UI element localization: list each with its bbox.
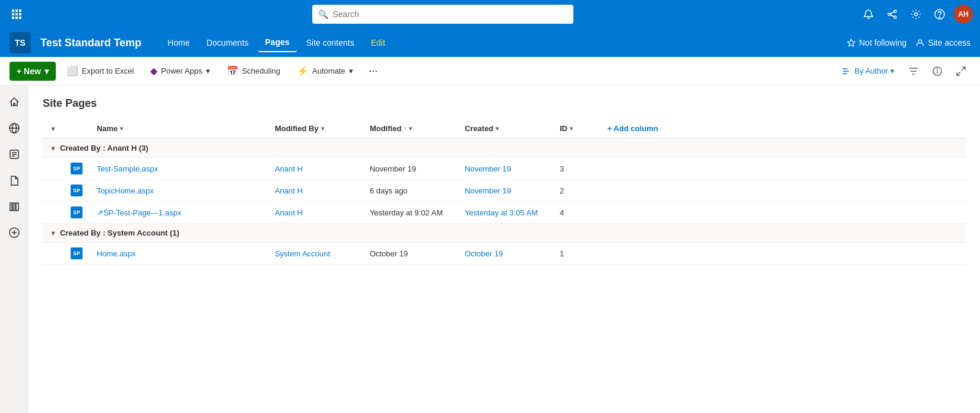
more-actions-button[interactable]: ···: [364, 62, 383, 81]
waffle-icon[interactable]: [7, 5, 26, 24]
row-extra: [600, 243, 966, 265]
search-icon: 🔍: [318, 9, 328, 19]
toolbar-right: By Author ▾: [838, 62, 971, 81]
header-modified-label: Modified: [370, 124, 401, 133]
table-row[interactable]: SP Test-Sample.aspx Anant H November 19 …: [43, 158, 966, 180]
sidebar-home-icon[interactable]: [2, 90, 26, 114]
automate-button[interactable]: ⚡ Automate ▾: [291, 62, 359, 81]
sidebar-add-icon[interactable]: [2, 221, 26, 244]
row-checkbox[interactable]: [43, 243, 64, 265]
row-created-link[interactable]: Yesterday at 3:05 AM: [465, 208, 538, 217]
user-avatar[interactable]: AH: [954, 5, 973, 24]
header-name[interactable]: Name ▾: [90, 119, 268, 138]
table-group-row[interactable]: ▼ Created By : System Account (1): [43, 224, 966, 243]
more-icon: ···: [369, 65, 378, 77]
help-icon[interactable]: [930, 5, 949, 24]
table-header-row: ▼ Name ▾ Modified By ▾: [43, 119, 966, 138]
scheduling-button[interactable]: 📅 Scheduling: [221, 62, 286, 81]
share-icon[interactable]: [883, 5, 902, 24]
header-modified-by-sort-icon: ▾: [321, 125, 324, 132]
row-id: 3: [553, 158, 600, 180]
nav-home[interactable]: Home: [160, 33, 196, 52]
nav-edit[interactable]: Edit: [364, 33, 392, 52]
not-following-button[interactable]: Not following: [847, 38, 906, 47]
export-to-excel-button[interactable]: ⬜ Export to Excel: [61, 62, 139, 81]
by-author-chevron-icon: ▾: [890, 66, 895, 75]
row-created-link[interactable]: November 19: [465, 164, 511, 173]
info-button[interactable]: [928, 62, 947, 81]
site-header-right: Not following Site access: [847, 38, 971, 47]
header-id-sort-icon: ▾: [570, 125, 573, 132]
row-name-link[interactable]: Test-Sample.aspx: [97, 164, 158, 173]
row-name[interactable]: TopicHome.aspx: [90, 180, 268, 202]
row-created-link[interactable]: November 19: [465, 186, 511, 195]
scheduling-label: Scheduling: [242, 66, 280, 75]
table-row[interactable]: SP Home.aspx System Account October 19 O…: [43, 243, 966, 265]
svg-rect-1: [15, 9, 18, 12]
row-checkbox[interactable]: [43, 202, 64, 224]
group-label: Created By : System Account (1): [60, 228, 179, 237]
svg-marker-17: [848, 39, 855, 46]
power-apps-button[interactable]: ◆ Power Apps ▾: [144, 62, 215, 81]
row-name-link[interactable]: TopicHome.aspx: [97, 186, 154, 195]
search-input[interactable]: [333, 9, 567, 19]
row-checkbox[interactable]: [43, 158, 64, 180]
row-created: October 19: [458, 243, 553, 265]
header-id[interactable]: ID ▾: [553, 119, 600, 138]
not-following-label: Not following: [859, 38, 906, 47]
svg-rect-4: [15, 13, 18, 15]
svg-rect-3: [12, 13, 14, 15]
svg-rect-34: [10, 203, 12, 211]
header-modified[interactable]: Modified ↑ ▾: [363, 119, 458, 138]
site-access-label: Site access: [928, 38, 971, 47]
sidebar-globe-icon[interactable]: [2, 116, 26, 140]
header-checkbox-col: ▼: [43, 119, 64, 138]
nav-pages[interactable]: Pages: [258, 33, 297, 52]
filter-button[interactable]: [904, 62, 923, 81]
site-access-button[interactable]: Site access: [916, 38, 971, 47]
new-button[interactable]: + New ▾: [9, 62, 56, 81]
row-name[interactable]: Home.aspx: [90, 243, 268, 265]
row-modified-by-link[interactable]: Anant H: [275, 208, 303, 217]
row-created-link[interactable]: October 19: [465, 249, 503, 258]
excel-icon: ⬜: [66, 65, 78, 77]
sidebar-feed-icon[interactable]: [2, 142, 26, 166]
settings-icon[interactable]: [906, 5, 925, 24]
by-author-button[interactable]: By Author ▾: [838, 64, 899, 78]
left-sidebar: [0, 85, 28, 413]
nav-site-contents[interactable]: Site contents: [299, 33, 361, 52]
table-row[interactable]: SP TopicHome.aspx Anant H 6 days ago Nov…: [43, 180, 966, 202]
row-modified-by-link[interactable]: System Account: [275, 249, 330, 258]
fullscreen-button[interactable]: [952, 62, 971, 81]
svg-rect-5: [19, 13, 21, 15]
header-add-column[interactable]: + Add column: [600, 119, 966, 138]
table-row[interactable]: SP ↗SP-Test-Page---1.aspx Anant H Yester…: [43, 202, 966, 224]
sidebar-pages-icon[interactable]: [2, 169, 26, 192]
row-modified: October 19: [363, 243, 458, 265]
header-modified-by[interactable]: Modified By ▾: [268, 119, 363, 138]
table-group-row[interactable]: ▼ Created By : Anant H (3): [43, 138, 966, 158]
row-extra: [600, 158, 966, 180]
row-name[interactable]: Test-Sample.aspx: [90, 158, 268, 180]
row-name[interactable]: ↗SP-Test-Page---1.aspx: [90, 202, 268, 224]
row-name-link[interactable]: ↗SP-Test-Page---1.aspx: [97, 208, 182, 217]
row-name-link[interactable]: Home.aspx: [97, 249, 136, 258]
sidebar-library-icon[interactable]: [2, 195, 26, 218]
top-navigation-bar: 🔍 AH: [0, 0, 980, 28]
pages-table: ▼ Name ▾ Modified By ▾: [43, 119, 966, 265]
row-checkbox[interactable]: [43, 180, 64, 202]
row-modified-by-link[interactable]: Anant H: [275, 186, 303, 195]
row-modified-by-link[interactable]: Anant H: [275, 164, 303, 173]
header-created[interactable]: Created ▾: [458, 119, 553, 138]
svg-rect-35: [13, 203, 15, 211]
svg-rect-7: [15, 17, 18, 19]
nav-documents[interactable]: Documents: [199, 33, 256, 52]
header-created-sort-icon: ▾: [496, 125, 499, 132]
powerapps-chevron-icon: ▾: [206, 66, 210, 75]
export-label: Export to Excel: [82, 66, 134, 75]
header-file-type-col: [64, 119, 90, 138]
row-created: Yesterday at 3:05 AM: [458, 202, 553, 224]
header-name-label: Name: [97, 124, 118, 133]
svg-line-12: [890, 12, 894, 14]
notification-icon[interactable]: [859, 5, 878, 24]
